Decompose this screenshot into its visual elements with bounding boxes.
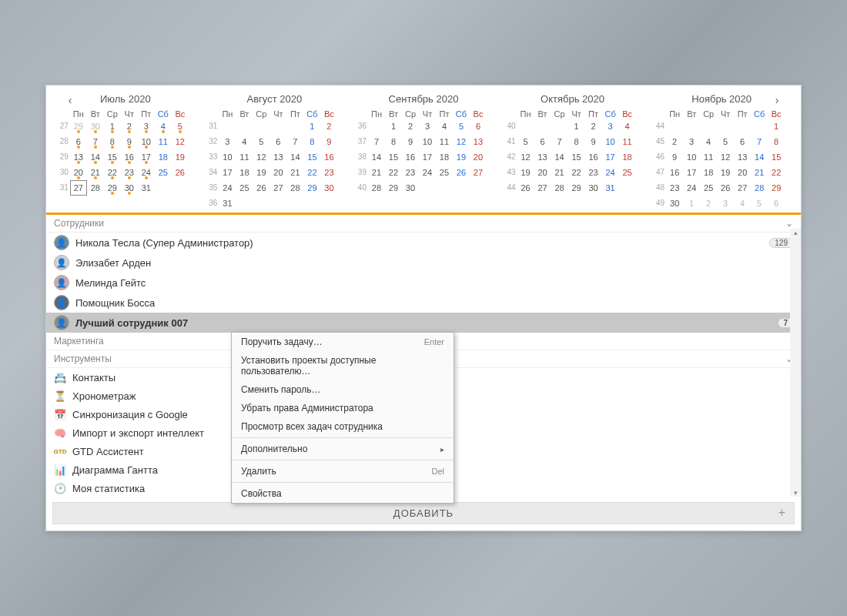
calendar-day[interactable]: 3: [138, 119, 155, 134]
calendar-day[interactable]: 17: [602, 149, 619, 165]
calendar-day[interactable]: 31: [219, 196, 236, 211]
calendar-day[interactable]: 23: [402, 165, 419, 180]
calendar-day[interactable]: 25: [700, 180, 717, 196]
context-menu-item[interactable]: Просмотр всех задач сотрудника: [232, 417, 454, 436]
calendar-day[interactable]: 28: [87, 180, 104, 196]
context-menu-item[interactable]: Убрать права Администратора: [232, 399, 454, 417]
calendar-day[interactable]: 15: [104, 149, 121, 165]
calendar-day[interactable]: 5: [253, 134, 270, 149]
context-menu-item[interactable]: УдалитьDel: [232, 462, 454, 480]
context-menu-item[interactable]: Установить проекты доступные пользовател…: [232, 351, 454, 380]
calendar-next-button[interactable]: ›: [770, 93, 784, 107]
calendar-day[interactable]: 22: [385, 165, 402, 180]
calendar-day[interactable]: 6: [70, 134, 87, 149]
calendar-day[interactable]: 16: [585, 149, 602, 165]
calendar-day[interactable]: 13: [270, 149, 286, 165]
calendar-day[interactable]: 25: [436, 165, 453, 180]
calendar-day[interactable]: 17: [219, 165, 236, 180]
calendar-day[interactable]: 3: [219, 134, 236, 149]
calendar-day[interactable]: 11: [436, 134, 453, 149]
calendar-day[interactable]: 30: [402, 180, 419, 196]
calendar-day[interactable]: 22: [303, 165, 320, 180]
calendar-day[interactable]: 2: [666, 134, 683, 149]
calendar-day[interactable]: 27: [470, 165, 487, 180]
calendar-day[interactable]: 17: [138, 149, 155, 165]
calendar-day[interactable]: 30: [87, 119, 104, 134]
section-employees-header[interactable]: Сотрудники ⌄: [46, 215, 801, 233]
calendar-day[interactable]: 12: [453, 134, 470, 149]
calendar-day[interactable]: 7: [87, 134, 104, 149]
calendar-day[interactable]: 26: [517, 180, 534, 196]
calendar-day[interactable]: 2: [121, 119, 138, 134]
calendar-day[interactable]: 25: [236, 180, 253, 196]
employee-row[interactable]: 👤Лучший сотрудник 0077: [46, 313, 801, 333]
calendar-day[interactable]: 14: [751, 149, 768, 165]
context-menu-item[interactable]: Свойства: [232, 484, 454, 503]
employee-row[interactable]: 👤Помощник Босса: [46, 293, 801, 313]
calendar-day[interactable]: 6: [768, 196, 785, 211]
calendar-day[interactable]: 26: [172, 165, 189, 180]
calendar-day[interactable]: 18: [700, 165, 717, 180]
calendar-day[interactable]: 11: [700, 149, 717, 165]
calendar-day[interactable]: 17: [419, 149, 436, 165]
calendar-day[interactable]: 18: [436, 149, 453, 165]
calendar-day[interactable]: 19: [253, 165, 270, 180]
calendar-day[interactable]: 6: [470, 119, 487, 134]
calendar-day[interactable]: 2: [585, 119, 602, 134]
calendar-day[interactable]: 12: [717, 149, 734, 165]
calendar-day[interactable]: 4: [155, 119, 172, 134]
calendar-day[interactable]: 26: [253, 180, 270, 196]
calendar-day[interactable]: 7: [751, 134, 768, 149]
calendar-day[interactable]: 14: [551, 149, 568, 165]
calendar-day[interactable]: 22: [568, 165, 585, 180]
calendar-day[interactable]: 7: [368, 134, 385, 149]
calendar-day[interactable]: 14: [368, 149, 385, 165]
calendar-day[interactable]: 19: [717, 165, 734, 180]
calendar-day[interactable]: 28: [551, 180, 568, 196]
calendar-day[interactable]: 8: [303, 134, 320, 149]
calendar-day[interactable]: 30: [121, 180, 138, 196]
context-menu-item[interactable]: Сменить пароль…: [232, 380, 454, 399]
calendar-day[interactable]: 15: [303, 149, 320, 165]
calendar-day[interactable]: 9: [666, 149, 683, 165]
calendar-day[interactable]: 5: [172, 119, 189, 134]
calendar-day[interactable]: 8: [104, 134, 121, 149]
calendar-day[interactable]: 21: [551, 165, 568, 180]
calendar-day[interactable]: 20: [534, 165, 551, 180]
calendar-day[interactable]: 24: [683, 180, 700, 196]
calendar-day[interactable]: 12: [517, 149, 534, 165]
calendar-day[interactable]: 1: [768, 119, 785, 134]
calendar-day[interactable]: 24: [602, 165, 619, 180]
calendar-day[interactable]: 4: [436, 119, 453, 134]
calendar-day[interactable]: 7: [551, 134, 568, 149]
calendar-day[interactable]: 15: [568, 149, 585, 165]
calendar-prev-button[interactable]: ‹: [63, 93, 77, 107]
calendar-day[interactable]: 2: [320, 119, 337, 134]
calendar-day[interactable]: 27: [534, 180, 551, 196]
calendar-day[interactable]: 23: [666, 180, 683, 196]
calendar-day[interactable]: 21: [87, 165, 104, 180]
context-menu-item[interactable]: Дополнительно: [232, 440, 454, 458]
calendar-day[interactable]: 6: [270, 134, 286, 149]
calendar-day[interactable]: 31: [138, 180, 155, 196]
calendar-day[interactable]: 29: [104, 180, 121, 196]
calendar-day[interactable]: 17: [683, 165, 700, 180]
calendar-day[interactable]: 23: [320, 165, 337, 180]
calendar-day[interactable]: 1: [568, 119, 585, 134]
calendar-day[interactable]: 25: [619, 165, 636, 180]
calendar-day[interactable]: 21: [751, 165, 768, 180]
calendar-day[interactable]: 28: [286, 180, 303, 196]
calendar-day[interactable]: 10: [138, 134, 155, 149]
calendar-day[interactable]: 15: [768, 149, 785, 165]
calendar-day[interactable]: 24: [419, 165, 436, 180]
calendar-day[interactable]: 28: [751, 180, 768, 196]
calendar-day[interactable]: 15: [385, 149, 402, 165]
calendar-day[interactable]: 26: [453, 165, 470, 180]
calendar-day[interactable]: 27: [270, 180, 286, 196]
calendar-day[interactable]: 27: [734, 180, 751, 196]
calendar-day[interactable]: 4: [700, 134, 717, 149]
employee-row[interactable]: 👤Элизабет Арден: [46, 253, 801, 273]
calendar-day[interactable]: 10: [419, 134, 436, 149]
calendar-day[interactable]: 19: [172, 149, 189, 165]
calendar-day[interactable]: 18: [155, 149, 172, 165]
